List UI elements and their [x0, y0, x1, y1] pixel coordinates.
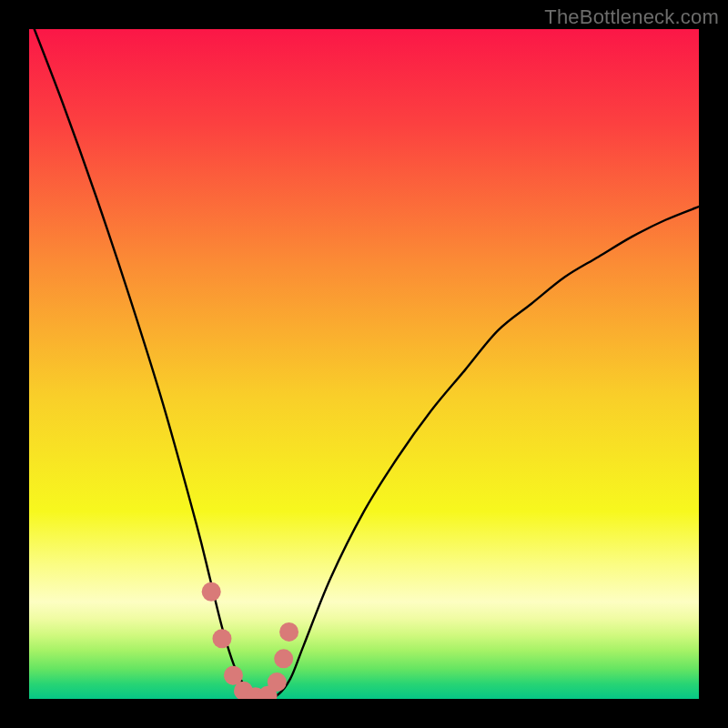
data-point — [202, 582, 221, 602]
chart-frame: TheBottleneck.com — [0, 0, 728, 728]
data-point — [274, 649, 293, 668]
plot-area — [29, 29, 699, 699]
data-point — [279, 622, 298, 642]
gradient-background — [29, 29, 699, 699]
watermark-label: TheBottleneck.com — [544, 5, 719, 29]
data-point — [212, 629, 231, 648]
bottleneck-chart — [29, 29, 699, 699]
data-point — [268, 672, 287, 692]
